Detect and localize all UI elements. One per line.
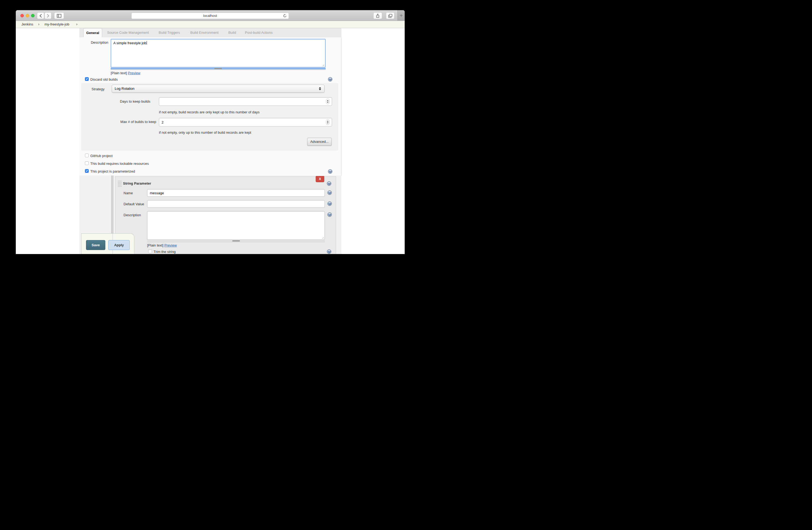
show-tabs-button[interactable] bbox=[386, 12, 394, 19]
param-name-input[interactable] bbox=[147, 189, 325, 197]
discard-old-builds-checkbox[interactable]: ✓ bbox=[85, 77, 89, 81]
tab-post-build-actions[interactable]: Post-build Actions bbox=[245, 28, 273, 37]
param-description-textarea[interactable] bbox=[147, 211, 325, 240]
parameterized-label: This project is parameterized bbox=[90, 170, 135, 173]
chevron-right-icon bbox=[76, 23, 78, 26]
drag-handle-icon[interactable] bbox=[118, 180, 122, 187]
tab-build-triggers[interactable]: Build Triggers bbox=[159, 28, 180, 37]
select-arrows-icon bbox=[319, 87, 321, 90]
tabs-icon bbox=[388, 14, 392, 18]
help-icon[interactable]: ? bbox=[327, 249, 331, 254]
help-icon[interactable]: ? bbox=[328, 191, 332, 195]
help-icon[interactable]: ? bbox=[328, 202, 332, 206]
param-name-label: Name bbox=[124, 191, 133, 195]
strategy-label: Strategy bbox=[86, 87, 104, 91]
zoom-window-button[interactable] bbox=[31, 14, 34, 17]
help-icon[interactable]: ? bbox=[328, 170, 332, 174]
description-textarea[interactable]: A simple freestyle job bbox=[111, 39, 325, 68]
trim-string-label: Trim the string bbox=[154, 250, 176, 254]
new-tab-button[interactable]: + bbox=[397, 10, 405, 21]
plain-text-note: [Plain text] Preview bbox=[147, 243, 177, 247]
divider bbox=[147, 242, 325, 242]
minimize-window-button[interactable] bbox=[26, 14, 29, 17]
preview-link[interactable]: Preview bbox=[128, 71, 140, 75]
sidebar-icon bbox=[57, 14, 61, 18]
days-to-keep-label: Days to keep builds bbox=[105, 99, 150, 103]
parameterized-checkbox[interactable]: ✓ bbox=[85, 169, 89, 173]
forward-chevron-icon bbox=[47, 14, 49, 18]
discard-old-builds-label: Discard old builds bbox=[90, 77, 118, 82]
max-help-text: if not empty, only up to this number of … bbox=[159, 131, 251, 134]
apply-button[interactable]: Apply bbox=[108, 240, 130, 250]
preview-link[interactable]: Preview bbox=[164, 243, 177, 247]
save-apply-panel: Save Apply bbox=[81, 233, 134, 254]
description-text: A simple freestyle job bbox=[113, 41, 146, 45]
max-builds-label: Max # of builds to keep bbox=[105, 120, 156, 124]
lockable-resources-checkbox[interactable] bbox=[85, 161, 89, 165]
parameter-title: String Parameter bbox=[123, 181, 151, 186]
max-builds-input[interactable] bbox=[159, 118, 332, 127]
url-text: localhost bbox=[203, 14, 217, 18]
url-bar[interactable]: localhost bbox=[131, 13, 289, 19]
breadcrumb: Jenkins my-freestyle-job bbox=[16, 21, 405, 28]
param-default-label: Default Value bbox=[124, 202, 144, 206]
param-description-label: Description bbox=[124, 213, 141, 217]
resize-grip-icon[interactable] bbox=[322, 237, 324, 239]
days-to-keep-input[interactable] bbox=[159, 97, 332, 106]
plain-text-label: [Plain text] bbox=[147, 243, 163, 247]
help-icon[interactable]: ? bbox=[327, 181, 331, 186]
back-chevron-icon bbox=[39, 14, 42, 18]
resize-grip-icon[interactable] bbox=[322, 64, 324, 67]
strategy-value: Log Rotation bbox=[115, 87, 134, 91]
delete-parameter-button[interactable]: X bbox=[316, 176, 324, 182]
github-project-checkbox[interactable] bbox=[85, 153, 89, 157]
plain-text-label: [Plain text] bbox=[111, 71, 127, 75]
lockable-resources-label: This build requires lockable resources bbox=[90, 162, 149, 166]
textarea-drag-handle[interactable] bbox=[147, 240, 325, 242]
save-button[interactable]: Save bbox=[86, 240, 105, 250]
textarea-drag-handle[interactable] bbox=[111, 68, 325, 69]
days-help-text: if not empty, build records are only kep… bbox=[159, 110, 260, 114]
param-default-input[interactable] bbox=[147, 200, 325, 208]
tab-build-environment[interactable]: Build Environment bbox=[190, 28, 219, 37]
page-body: General Source Code Management Build Tri… bbox=[16, 28, 405, 254]
divider bbox=[111, 70, 325, 70]
trim-string-checkbox[interactable] bbox=[148, 249, 152, 253]
share-icon bbox=[376, 14, 379, 18]
forward-button[interactable] bbox=[44, 12, 52, 19]
breadcrumb-item-job[interactable]: my-freestyle-job bbox=[44, 21, 69, 28]
drag-grip bbox=[232, 240, 240, 241]
refresh-icon[interactable] bbox=[283, 14, 287, 18]
tab-source-code-management[interactable]: Source Code Management bbox=[107, 28, 149, 37]
advanced-button[interactable]: Advanced... bbox=[307, 138, 332, 146]
description-label: Description bbox=[85, 41, 108, 44]
strategy-select[interactable]: Log Rotation bbox=[112, 85, 324, 93]
back-button[interactable] bbox=[37, 12, 44, 19]
drag-grip bbox=[214, 68, 222, 69]
close-window-button[interactable] bbox=[20, 14, 24, 17]
string-parameter-block: X ? String Parameter Name ? Default Valu… bbox=[115, 176, 336, 254]
discard-strategy-section bbox=[81, 83, 338, 151]
number-stepper-icon[interactable] bbox=[326, 99, 330, 104]
chevron-right-icon bbox=[38, 23, 40, 26]
github-project-label: GitHub project bbox=[90, 154, 113, 158]
tab-general[interactable]: General bbox=[83, 28, 102, 37]
share-button[interactable] bbox=[373, 12, 382, 19]
config-form: General Source Code Management Build Tri… bbox=[79, 28, 342, 254]
titlebar: localhost + bbox=[16, 10, 405, 21]
checkmark-icon: ✓ bbox=[86, 170, 88, 173]
number-stepper-icon[interactable] bbox=[326, 119, 330, 125]
config-tab-bar: General Source Code Management Build Tri… bbox=[79, 28, 342, 37]
plus-icon: + bbox=[400, 13, 403, 19]
help-icon[interactable]: ? bbox=[328, 212, 332, 217]
sidebar-toggle-button[interactable] bbox=[54, 12, 64, 19]
plain-text-note: [Plain text] Preview bbox=[111, 71, 141, 75]
browser-window: localhost + Jenkins my-freestyle-job bbox=[16, 10, 405, 254]
help-icon[interactable]: ? bbox=[328, 77, 332, 82]
breadcrumb-item-jenkins[interactable]: Jenkins bbox=[21, 21, 33, 28]
checkmark-icon: ✓ bbox=[86, 77, 88, 80]
tab-build[interactable]: Build bbox=[228, 28, 236, 37]
